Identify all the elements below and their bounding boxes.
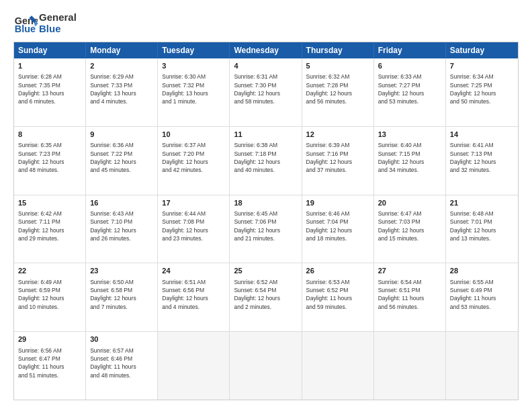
day-cell-23: 23Sunrise: 6:50 AMSunset: 6:58 PMDayligh… — [86, 263, 158, 331]
day-number: 29 — [18, 334, 81, 345]
day-number: 22 — [18, 266, 81, 276]
page: General Blue General Blue SundayMondayTu… — [0, 0, 532, 411]
day-number: 20 — [378, 198, 441, 208]
cell-info: Sunrise: 6:32 AMSunset: 7:28 PMDaylight:… — [306, 73, 369, 105]
day-cell-26: 26Sunrise: 6:53 AMSunset: 6:52 PMDayligh… — [302, 263, 374, 331]
day-cell-16: 16Sunrise: 6:43 AMSunset: 7:10 PMDayligh… — [86, 195, 158, 263]
svg-text:Blue: Blue — [15, 24, 36, 34]
empty-cell — [158, 332, 230, 400]
day-cell-2: 2Sunrise: 6:29 AMSunset: 7:33 PMDaylight… — [86, 58, 158, 126]
day-number: 15 — [18, 198, 81, 208]
day-cell-3: 3Sunrise: 6:30 AMSunset: 7:32 PMDaylight… — [158, 58, 230, 126]
day-cell-4: 4Sunrise: 6:31 AMSunset: 7:30 PMDaylight… — [230, 58, 302, 126]
day-cell-18: 18Sunrise: 6:45 AMSunset: 7:06 PMDayligh… — [230, 195, 302, 263]
day-number: 24 — [162, 266, 225, 276]
day-number: 9 — [90, 130, 153, 140]
day-cell-22: 22Sunrise: 6:49 AMSunset: 6:59 PMDayligh… — [14, 263, 86, 331]
calendar-row-5: 29Sunrise: 6:56 AMSunset: 6:47 PMDayligh… — [14, 331, 518, 400]
weekday-header-wednesday: Wednesday — [230, 42, 302, 58]
day-cell-9: 9Sunrise: 6:36 AMSunset: 7:22 PMDaylight… — [86, 127, 158, 195]
logo-blue: Blue — [39, 23, 77, 34]
day-cell-29: 29Sunrise: 6:56 AMSunset: 6:47 PMDayligh… — [14, 332, 86, 400]
day-cell-30: 30Sunrise: 6:57 AMSunset: 6:46 PMDayligh… — [86, 332, 158, 400]
day-number: 25 — [234, 266, 297, 276]
day-cell-8: 8Sunrise: 6:35 AMSunset: 7:23 PMDaylight… — [14, 127, 86, 195]
cell-info: Sunrise: 6:40 AMSunset: 7:15 PMDaylight:… — [378, 141, 441, 174]
weekday-header-saturday: Saturday — [446, 42, 518, 58]
cell-info: Sunrise: 6:56 AMSunset: 6:47 PMDaylight:… — [18, 347, 81, 379]
cell-info: Sunrise: 6:46 AMSunset: 7:04 PMDaylight:… — [306, 210, 369, 242]
day-cell-12: 12Sunrise: 6:39 AMSunset: 7:16 PMDayligh… — [302, 127, 374, 195]
logo-icon: General Blue — [13, 11, 38, 35]
cell-info: Sunrise: 6:41 AMSunset: 7:13 PMDaylight:… — [450, 141, 514, 174]
day-cell-10: 10Sunrise: 6:37 AMSunset: 7:20 PMDayligh… — [158, 127, 230, 195]
day-number: 21 — [450, 198, 514, 208]
cell-info: Sunrise: 6:45 AMSunset: 7:06 PMDaylight:… — [234, 210, 297, 242]
day-cell-14: 14Sunrise: 6:41 AMSunset: 7:13 PMDayligh… — [446, 127, 518, 195]
day-cell-6: 6Sunrise: 6:33 AMSunset: 7:27 PMDaylight… — [374, 58, 446, 126]
weekday-header-thursday: Thursday — [302, 42, 374, 58]
cell-info: Sunrise: 6:36 AMSunset: 7:22 PMDaylight:… — [90, 141, 153, 174]
day-cell-27: 27Sunrise: 6:54 AMSunset: 6:51 PMDayligh… — [374, 263, 446, 331]
cell-info: Sunrise: 6:50 AMSunset: 6:58 PMDaylight:… — [90, 278, 153, 311]
cell-info: Sunrise: 6:38 AMSunset: 7:18 PMDaylight:… — [234, 141, 297, 174]
cell-info: Sunrise: 6:34 AMSunset: 7:25 PMDaylight:… — [450, 73, 514, 105]
empty-cell — [446, 332, 518, 400]
day-number: 6 — [378, 61, 441, 71]
day-cell-20: 20Sunrise: 6:47 AMSunset: 7:03 PMDayligh… — [374, 195, 446, 263]
cell-info: Sunrise: 6:39 AMSunset: 7:16 PMDaylight:… — [306, 141, 369, 174]
cell-info: Sunrise: 6:28 AMSunset: 7:35 PMDaylight:… — [18, 73, 81, 105]
day-number: 7 — [450, 61, 514, 71]
day-number: 17 — [162, 198, 225, 208]
cell-info: Sunrise: 6:42 AMSunset: 7:11 PMDaylight:… — [18, 210, 81, 242]
calendar-header: SundayMondayTuesdayWednesdayThursdayFrid… — [14, 42, 518, 58]
cell-info: Sunrise: 6:44 AMSunset: 7:08 PMDaylight:… — [162, 210, 225, 242]
cell-info: Sunrise: 6:33 AMSunset: 7:27 PMDaylight:… — [378, 73, 441, 105]
empty-cell — [302, 332, 374, 400]
day-cell-24: 24Sunrise: 6:51 AMSunset: 6:56 PMDayligh… — [158, 263, 230, 331]
calendar-row-2: 8Sunrise: 6:35 AMSunset: 7:23 PMDaylight… — [14, 126, 518, 195]
day-cell-5: 5Sunrise: 6:32 AMSunset: 7:28 PMDaylight… — [302, 58, 374, 126]
cell-info: Sunrise: 6:53 AMSunset: 6:52 PMDaylight:… — [306, 278, 369, 311]
logo-general: General — [39, 11, 77, 23]
cell-info: Sunrise: 6:43 AMSunset: 7:10 PMDaylight:… — [90, 210, 153, 242]
calendar-row-4: 22Sunrise: 6:49 AMSunset: 6:59 PMDayligh… — [14, 263, 518, 331]
day-cell-1: 1Sunrise: 6:28 AMSunset: 7:35 PMDaylight… — [14, 58, 86, 126]
day-number: 3 — [162, 61, 225, 71]
day-number: 18 — [234, 198, 297, 208]
day-number: 10 — [162, 130, 225, 140]
weekday-header-sunday: Sunday — [14, 42, 86, 58]
day-number: 28 — [450, 266, 514, 276]
cell-info: Sunrise: 6:51 AMSunset: 6:56 PMDaylight:… — [162, 278, 225, 311]
day-number: 14 — [450, 130, 514, 140]
cell-info: Sunrise: 6:30 AMSunset: 7:32 PMDaylight:… — [162, 73, 225, 105]
cell-info: Sunrise: 6:57 AMSunset: 6:46 PMDaylight:… — [90, 347, 153, 379]
day-cell-13: 13Sunrise: 6:40 AMSunset: 7:15 PMDayligh… — [374, 127, 446, 195]
cell-info: Sunrise: 6:54 AMSunset: 6:51 PMDaylight:… — [378, 278, 441, 311]
day-cell-25: 25Sunrise: 6:52 AMSunset: 6:54 PMDayligh… — [230, 263, 302, 331]
day-number: 27 — [378, 266, 441, 276]
day-number: 5 — [306, 61, 369, 71]
cell-info: Sunrise: 6:47 AMSunset: 7:03 PMDaylight:… — [378, 210, 441, 242]
day-number: 13 — [378, 130, 441, 140]
cell-info: Sunrise: 6:37 AMSunset: 7:20 PMDaylight:… — [162, 141, 225, 174]
weekday-header-tuesday: Tuesday — [158, 42, 230, 58]
weekday-header-friday: Friday — [374, 42, 446, 58]
day-number: 12 — [306, 130, 369, 140]
cell-info: Sunrise: 6:29 AMSunset: 7:33 PMDaylight:… — [90, 73, 153, 105]
day-cell-11: 11Sunrise: 6:38 AMSunset: 7:18 PMDayligh… — [230, 127, 302, 195]
day-cell-19: 19Sunrise: 6:46 AMSunset: 7:04 PMDayligh… — [302, 195, 374, 263]
logo: General Blue General Blue — [13, 11, 77, 35]
cell-info: Sunrise: 6:49 AMSunset: 6:59 PMDaylight:… — [18, 278, 81, 311]
day-cell-28: 28Sunrise: 6:55 AMSunset: 6:49 PMDayligh… — [446, 263, 518, 331]
day-number: 11 — [234, 130, 297, 140]
day-number: 2 — [90, 61, 153, 71]
day-cell-7: 7Sunrise: 6:34 AMSunset: 7:25 PMDaylight… — [446, 58, 518, 126]
calendar-row-3: 15Sunrise: 6:42 AMSunset: 7:11 PMDayligh… — [14, 195, 518, 263]
day-number: 30 — [90, 334, 153, 345]
day-number: 23 — [90, 266, 153, 276]
cell-info: Sunrise: 6:55 AMSunset: 6:49 PMDaylight:… — [450, 278, 514, 311]
cell-info: Sunrise: 6:52 AMSunset: 6:54 PMDaylight:… — [234, 278, 297, 311]
calendar: SundayMondayTuesdayWednesdayThursdayFrid… — [13, 42, 519, 400]
calendar-row-1: 1Sunrise: 6:28 AMSunset: 7:35 PMDaylight… — [14, 58, 518, 126]
